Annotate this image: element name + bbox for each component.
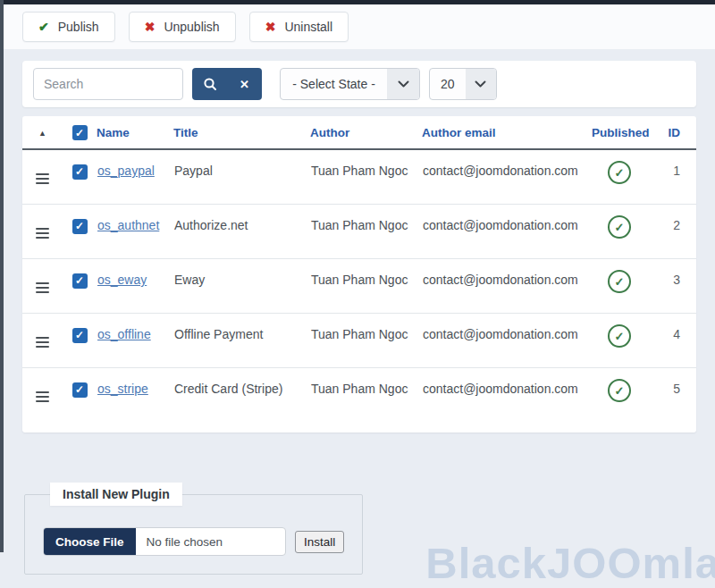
toolbar: ✔ Publish ✖ Unpublish ✖ Uninstall xyxy=(0,4,715,49)
plugin-title: Credit Card (Stripe) xyxy=(173,368,310,423)
plugin-id: 4 xyxy=(647,314,696,368)
install-new-plugin-fieldset: Install New Plugin Choose File No file c… xyxy=(24,483,363,575)
plugin-name-link[interactable]: os_authnet xyxy=(97,218,159,232)
check-icon: ✓ xyxy=(75,221,84,231)
search-icon xyxy=(203,77,217,91)
plugin-name-link[interactable]: os_eway xyxy=(97,273,147,287)
list-limit-select[interactable]: 20 xyxy=(429,68,497,100)
table-row: ✓ os_authnet Authorize.net Tuan Pham Ngo… xyxy=(22,205,696,259)
plugins-table: ▲ ✓ Name Title Author Author email Publi… xyxy=(22,116,696,422)
table-row: ✓ os_stripe Credit Card (Stripe) Tuan Ph… xyxy=(22,368,696,423)
unpublish-button-label: Unpublish xyxy=(164,20,219,34)
header-published[interactable]: Published xyxy=(592,116,647,149)
drag-handle-icon[interactable] xyxy=(36,391,49,402)
file-upload-control: Choose File No file chosen xyxy=(43,527,286,556)
row-checkbox[interactable]: ✓ xyxy=(72,382,88,398)
row-checkbox[interactable]: ✓ xyxy=(72,328,88,343)
select-all-checkbox[interactable]: ✓ xyxy=(72,125,88,140)
plugin-title: Paypal xyxy=(173,149,310,205)
x-icon: ✖ xyxy=(145,21,156,33)
plugin-author-email: contact@joomdonation.com xyxy=(422,314,592,368)
table-row: ✓ os_eway Eway Tuan Pham Ngoc contact@jo… xyxy=(22,259,696,314)
check-icon: ✓ xyxy=(75,128,84,139)
check-icon: ✔ xyxy=(38,21,49,33)
choose-file-button[interactable]: Choose File xyxy=(44,528,136,555)
close-icon: ✕ xyxy=(240,78,249,91)
plugin-title: Authorize.net xyxy=(173,205,310,259)
table-header-row: ▲ ✓ Name Title Author Author email Publi… xyxy=(22,116,696,149)
header-author-email[interactable]: Author email xyxy=(422,116,592,149)
check-icon: ✓ xyxy=(75,275,84,286)
plugin-author: Tuan Pham Ngoc xyxy=(310,259,422,314)
plugin-name-link[interactable]: os_offline xyxy=(97,327,151,341)
search-submit-button[interactable] xyxy=(192,68,227,100)
search-clear-button[interactable]: ✕ xyxy=(227,68,262,100)
plugin-author-email: contact@joomdonation.com xyxy=(422,205,592,259)
published-status-icon[interactable]: ✓ xyxy=(608,324,631,348)
check-icon: ✓ xyxy=(75,166,84,177)
plugin-id: 5 xyxy=(647,368,696,423)
install-new-plugin-legend: Install New Plugin xyxy=(50,483,182,506)
check-icon: ✓ xyxy=(615,222,625,233)
plugins-table-card: ▲ ✓ Name Title Author Author email Publi… xyxy=(22,116,696,433)
state-filter-value: - Select State - xyxy=(281,69,387,99)
drag-handle-icon[interactable] xyxy=(36,337,49,348)
header-author[interactable]: Author xyxy=(310,116,422,149)
uninstall-button[interactable]: ✖ Uninstall xyxy=(249,12,349,42)
published-status-icon[interactable]: ✓ xyxy=(608,215,631,239)
header-title[interactable]: Title xyxy=(173,116,310,149)
plugin-id: 3 xyxy=(647,259,696,314)
list-limit-value: 20 xyxy=(430,69,466,99)
chevron-down-icon xyxy=(475,80,486,88)
published-status-icon[interactable]: ✓ xyxy=(608,379,631,402)
plugin-author: Tuan Pham Ngoc xyxy=(310,205,422,259)
plugin-name-link[interactable]: os_paypal xyxy=(97,164,155,178)
unpublish-button[interactable]: ✖ Unpublish xyxy=(129,12,236,42)
search-input[interactable] xyxy=(33,68,183,100)
row-checkbox[interactable]: ✓ xyxy=(72,164,88,180)
table-row: ✓ os_paypal Paypal Tuan Pham Ngoc contac… xyxy=(22,149,696,205)
plugin-author: Tuan Pham Ngoc xyxy=(310,368,422,423)
state-filter-select[interactable]: - Select State - xyxy=(280,68,420,100)
plugin-name-link[interactable]: os_stripe xyxy=(97,382,148,396)
plugin-author-email: contact@joomdonation.com xyxy=(422,259,592,314)
sort-order-icon[interactable]: ▲ xyxy=(38,129,46,138)
plugin-author: Tuan Pham Ngoc xyxy=(310,149,422,205)
drag-handle-icon[interactable] xyxy=(36,282,49,293)
left-edge-bar xyxy=(0,0,4,552)
header-name[interactable]: Name xyxy=(97,116,173,149)
publish-button-label: Publish xyxy=(58,20,99,34)
file-chosen-status: No file chosen xyxy=(136,528,223,555)
drag-handle-icon[interactable] xyxy=(36,228,49,239)
plugin-author: Tuan Pham Ngoc xyxy=(310,314,422,368)
header-id[interactable]: ID xyxy=(647,116,696,149)
search-button-group: ✕ xyxy=(192,68,262,100)
row-checkbox[interactable]: ✓ xyxy=(72,273,88,289)
publish-button[interactable]: ✔ Publish xyxy=(22,12,115,42)
filter-bar: ✕ - Select State - 20 xyxy=(22,61,696,107)
plugin-author-email: contact@joomdonation.com xyxy=(422,368,592,423)
plugin-id: 1 xyxy=(647,149,696,205)
top-edge-bar xyxy=(0,0,715,4)
plugin-id: 2 xyxy=(647,205,696,259)
published-status-icon[interactable]: ✓ xyxy=(608,161,631,184)
uninstall-button-label: Uninstall xyxy=(284,20,332,34)
plugin-title: Eway xyxy=(173,259,310,314)
check-icon: ✓ xyxy=(615,276,625,288)
check-icon: ✓ xyxy=(75,330,84,340)
plugin-title: Offline Payment xyxy=(173,314,310,368)
check-icon: ✓ xyxy=(615,331,625,342)
row-checkbox[interactable]: ✓ xyxy=(72,219,88,234)
table-row: ✓ os_offline Offline Payment Tuan Pham N… xyxy=(22,314,696,368)
x-icon: ✖ xyxy=(265,21,276,33)
install-button[interactable]: Install xyxy=(295,531,344,553)
published-status-icon[interactable]: ✓ xyxy=(608,270,631,293)
check-icon: ✓ xyxy=(615,385,625,397)
plugin-author-email: contact@joomdonation.com xyxy=(422,149,592,205)
drag-handle-icon[interactable] xyxy=(36,173,49,184)
check-icon: ✓ xyxy=(75,384,84,395)
chevron-down-icon xyxy=(398,80,409,88)
check-icon: ✓ xyxy=(615,167,625,179)
